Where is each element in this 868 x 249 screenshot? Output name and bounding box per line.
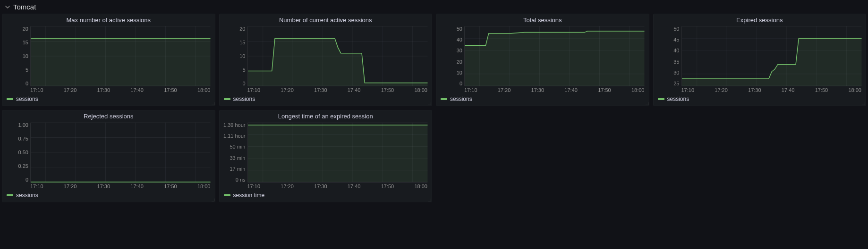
x-tick-label: 17:30 [97,183,111,189]
legend-swatch [441,98,447,100]
y-tick-label: 10 [457,70,462,75]
y-tick-label: 5 [242,67,245,73]
x-tick-label: 17:50 [381,87,394,93]
panel-title: Max number of active sessions [2,14,215,24]
legend[interactable]: sessions [2,189,215,202]
x-tick-label: 17:40 [782,87,795,93]
legend-swatch [224,194,230,196]
panel-title: Expired sessions [653,14,867,24]
y-tick-label: 10 [23,54,28,59]
y-axis: 504540353025 [655,26,681,86]
y-tick-label: 17 min [230,166,245,172]
legend-swatch [7,98,13,100]
x-tick-label: 18:00 [414,183,427,189]
plot[interactable] [247,123,428,183]
y-tick-label: 50 min [230,144,245,149]
x-tick-label: 17:40 [348,183,361,189]
plot[interactable] [464,26,645,86]
y-tick-label: 0 ns [236,177,246,183]
x-tick-label: 17:20 [715,87,728,93]
panel-max-active[interactable]: Max number of active sessions2015105017:… [2,14,215,106]
x-tick-label: 17:40 [130,87,144,93]
y-axis: 1.39 hour1.11 hour50 min33 min17 min0 ns [221,123,247,183]
chart-area[interactable]: 50403020100 [436,24,649,86]
x-axis: 17:1017:2017:3017:4017:5018:00 [2,86,215,93]
x-axis: 17:1017:2017:3017:4017:5018:00 [436,86,649,93]
y-tick-label: 0 [242,81,245,86]
y-tick-label: 50 [673,26,679,32]
legend-label: sessions [16,96,38,102]
y-tick-label: 30 [457,48,462,53]
x-tick-label: 17:50 [164,87,177,93]
x-tick-label: 17:50 [381,183,394,189]
resize-handle-icon[interactable] [645,101,648,105]
panel-rejected-sessions[interactable]: Rejected sessions1.000.750.500.25017:101… [2,110,215,202]
panel-total-sessions[interactable]: Total sessions5040302010017:1017:2017:30… [436,14,649,106]
legend[interactable]: sessions [653,93,867,106]
panel-title: Total sessions [436,14,649,24]
x-tick-label: 17:40 [348,87,361,93]
x-axis: 17:1017:2017:3017:4017:5018:00 [2,183,215,189]
x-tick-label: 17:10 [681,87,695,93]
x-tick-label: 18:00 [197,183,211,189]
panel-current-active[interactable]: Number of current active sessions2015105… [219,14,433,106]
chart-area[interactable]: 20151050 [219,24,433,86]
x-tick-label: 17:20 [64,183,77,189]
resize-handle-icon[interactable] [211,198,214,201]
y-axis: 1.000.750.500.250 [4,123,30,183]
plot[interactable] [247,26,428,86]
y-tick-label: 30 [673,70,679,75]
x-tick-label: 17:20 [498,87,511,93]
y-axis: 20151050 [4,26,30,86]
x-tick-label: 18:00 [848,87,861,93]
plot[interactable] [30,26,211,86]
section-title: Tomcat [13,3,36,11]
panel-longest-expired[interactable]: Longest time of an expired session1.39 h… [219,110,433,202]
x-tick-label: 17:10 [247,183,261,189]
legend-label: sessions [450,96,472,102]
legend-swatch [224,98,230,100]
legend[interactable]: sessions [2,93,215,106]
legend[interactable]: session time [219,189,433,202]
legend-label: session time [233,192,265,199]
y-tick-label: 0.50 [18,150,28,155]
plot[interactable] [681,26,862,86]
y-tick-label: 33 min [230,156,245,161]
x-tick-label: 17:10 [30,87,43,93]
x-tick-label: 17:50 [815,87,828,93]
resize-handle-icon[interactable] [427,198,431,201]
resize-handle-icon[interactable] [211,101,214,105]
plot[interactable] [30,123,211,183]
section-header[interactable]: Tomcat [0,0,868,14]
panel-expired-sessions[interactable]: Expired sessions50454035302517:1017:2017… [653,14,867,106]
chart-area[interactable]: 1.000.750.500.250 [2,120,215,183]
legend[interactable]: sessions [436,93,649,106]
chart-area[interactable]: 504540353025 [653,24,867,86]
x-tick-label: 17:10 [247,87,261,93]
y-tick-label: 15 [239,40,245,45]
x-axis: 17:1017:2017:3017:4017:5018:00 [653,86,867,93]
y-tick-label: 0 [460,81,462,86]
y-tick-label: 5 [26,67,28,73]
chart-area[interactable]: 20151050 [2,24,215,86]
x-tick-label: 17:10 [30,183,43,189]
x-axis: 17:1017:2017:3017:4017:5018:00 [219,86,433,93]
resize-handle-icon[interactable] [427,101,431,105]
x-tick-label: 17:40 [130,183,144,189]
x-tick-label: 17:50 [598,87,611,93]
legend[interactable]: sessions [219,93,433,106]
y-tick-label: 45 [673,37,679,42]
y-tick-label: 20 [239,26,245,32]
x-tick-label: 17:40 [564,87,578,93]
chart-area[interactable]: 1.39 hour1.11 hour50 min33 min17 min0 ns [219,120,433,183]
y-tick-label: 1.00 [18,123,28,128]
resize-handle-icon[interactable] [861,101,865,105]
y-tick-label: 40 [457,37,462,42]
y-tick-label: 20 [457,59,462,65]
y-tick-label: 20 [23,26,28,32]
y-tick-label: 40 [673,48,679,53]
x-tick-label: 17:20 [281,183,294,189]
y-tick-label: 0 [26,177,28,183]
y-tick-label: 15 [23,40,28,45]
x-tick-label: 18:00 [631,87,645,93]
